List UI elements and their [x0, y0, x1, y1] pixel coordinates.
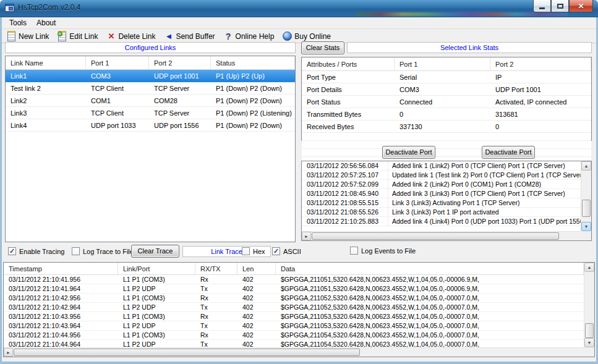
stats-port2-cell: Activated, IP connected: [490, 98, 591, 106]
trace-timestamp-cell: 03/11/2012 21:10:42.956: [4, 294, 118, 302]
link-row[interactable]: Link3 TCP Client TCP Server P1 (Down) P2…: [6, 107, 295, 119]
column-header[interactable]: Timestamp: [4, 263, 118, 274]
scroll-up-icon[interactable]: ▲: [581, 161, 591, 171]
hex-field[interactable]: Hex: [242, 247, 265, 255]
deactivate-port2-button[interactable]: Deactivate Port 2: [482, 146, 535, 159]
column-header[interactable]: Attributes / Ports: [302, 57, 395, 70]
trace-row[interactable]: 03/11/2012 21:10:41.964 L1 P2 UDP Tx 402…: [4, 284, 584, 294]
trace-row[interactable]: 03/11/2012 21:10:44.964 L1 P2 UDP Tx 402…: [4, 340, 584, 347]
stats-port2-cell: 0: [490, 123, 591, 130]
trace-hscrollbar[interactable]: ◄ ►: [4, 347, 584, 357]
log-trace-checkbox[interactable]: [72, 247, 80, 255]
log-trace-field[interactable]: Log Trace to File: [72, 247, 134, 255]
stats-row[interactable]: Port Status Connected Activated, IP conn…: [302, 96, 591, 108]
scroll-right-icon[interactable]: ►: [302, 232, 311, 240]
event-log-vscrollbar[interactable]: ▲ ▼: [581, 161, 591, 231]
deactivate-port1-button[interactable]: Deactivate Port 1: [382, 146, 435, 159]
event-time-cell: 03/11/2012 21:08:55.515: [302, 198, 388, 207]
toolbar-button-label: Buy Online: [294, 32, 331, 41]
stats-attr-cell: Transmitted Bytes: [302, 111, 395, 118]
toolbar-button[interactable]: New Link: [5, 31, 51, 41]
event-log-row[interactable]: 03/11/2012 21:08:55.526 Link 3 (Link3) P…: [302, 208, 581, 217]
configured-links-header: Link Name Port 1 Port 2 Status: [6, 56, 295, 70]
link-row[interactable]: Link1 COM3 UDP port 1001 P1 (Up) P2 (Up): [6, 70, 295, 82]
window-title: HsTcp2Com v2.0.4: [18, 3, 80, 12]
event-log-row[interactable]: 03/11/2012 21:10:25.883 Added link 4 (Li…: [302, 217, 581, 226]
column-header[interactable]: Data: [276, 263, 584, 274]
log-events-to-file-field[interactable]: Log Events to File: [350, 247, 416, 255]
event-log-hscroll-thumb[interactable]: [312, 232, 559, 240]
trace-row[interactable]: 03/11/2012 21:10:44.956 L1 P1 (COM3) Rx …: [4, 331, 584, 340]
stats-row[interactable]: Port Type Serial IP: [302, 71, 591, 83]
toolbar-button[interactable]: Send Buffer: [162, 31, 216, 41]
minimize-button[interactable]: [533, 0, 551, 12]
scroll-down-icon[interactable]: ▼: [584, 338, 594, 347]
column-header[interactable]: Port 1: [86, 56, 149, 69]
toolbar-button[interactable]: Online Help: [222, 31, 276, 41]
column-header[interactable]: Link/Port: [118, 263, 195, 274]
column-header[interactable]: Port 2: [490, 57, 591, 70]
link-row[interactable]: Test link 2 TCP Client TCP Server P1 (Do…: [6, 82, 295, 95]
trace-row[interactable]: 03/11/2012 21:10:43.956 L1 P1 (COM3) Rx …: [4, 312, 584, 321]
scroll-right-icon[interactable]: ►: [4, 348, 13, 357]
trace-row[interactable]: 03/11/2012 21:10:42.956 L1 P1 (COM3) Rx …: [4, 294, 584, 303]
ascii-checkbox[interactable]: [272, 247, 280, 255]
hex-checkbox[interactable]: [242, 247, 250, 255]
stats-row[interactable]: Received Bytes 337130 0: [302, 121, 591, 133]
event-log-row[interactable]: 03/11/2012 20:57:25.107 Updated link 1 (…: [302, 171, 581, 180]
column-header[interactable]: Port 1: [395, 57, 490, 70]
event-log-row[interactable]: 03/11/2012 21:08:55.515 Link 3 (Link3) A…: [302, 198, 581, 208]
event-log-hscrollbar[interactable]: ◄ ►: [302, 231, 581, 240]
column-header[interactable]: Len: [237, 263, 276, 274]
column-header[interactable]: Status: [211, 56, 295, 69]
trace-vscroll-thumb[interactable]: [585, 323, 594, 338]
link-row[interactable]: Link4 UDP port 1033 UDP port 1556 P1 (Do…: [6, 119, 295, 132]
stats-port1-cell: Connected: [395, 98, 490, 106]
trace-hscroll-thumb[interactable]: [14, 349, 360, 356]
event-log-vscroll-thumb[interactable]: [582, 200, 591, 217]
trace-vscrollbar[interactable]: ▲ ▼: [584, 263, 594, 347]
toolbar-button[interactable]: Buy Online: [281, 31, 333, 41]
event-log-row[interactable]: 03/11/2012 21:08:45.940 Added link 3 (Li…: [302, 189, 581, 198]
stats-row[interactable]: Transmitted Bytes 0 313681: [302, 108, 591, 121]
toolbar-button-icon: [224, 32, 233, 41]
toolbar-button[interactable]: Delete Link: [105, 31, 157, 41]
log-events-checkbox[interactable]: [350, 247, 358, 255]
trace-linkport-cell: L1 P2 UDP: [118, 285, 195, 292]
stats-header: Attributes / Ports Port 1 Port 2: [302, 57, 591, 71]
column-header[interactable]: Link Name: [6, 56, 86, 69]
trace-row[interactable]: 03/11/2012 21:10:41.956 L1 P1 (COM3) Rx …: [4, 275, 584, 284]
toolbar-button-label: Delete Link: [118, 32, 155, 41]
trace-linkport-cell: L1 P2 UDP: [118, 322, 195, 329]
column-header[interactable]: RX/TX: [195, 263, 237, 274]
link-status-cell: P1 (Down) P2 (Down): [211, 85, 295, 92]
column-header[interactable]: Port 2: [149, 56, 211, 69]
event-text-cell: Added link 1 (Link2) Port 0 (TCP Client)…: [388, 162, 565, 169]
stats-row[interactable]: Port Details COM3 UDP Port 1001: [302, 83, 591, 96]
trace-row[interactable]: 03/11/2012 21:10:43.964 L1 P2 UDP Tx 402…: [4, 321, 584, 331]
titlebar[interactable]: HsTcp2Com v2.0.4 ✕: [0, 0, 598, 17]
event-log-row[interactable]: 03/11/2012 20:56:56.084 Added link 1 (Li…: [302, 161, 581, 171]
scroll-up-icon[interactable]: ▲: [584, 263, 594, 272]
trace-data-cell: $GPGGA,211053,5320.6428,N,00623.4552,W,1…: [276, 313, 584, 320]
trace-row[interactable]: 03/11/2012 21:10:42.964 L1 P2 UDP Tx 402…: [4, 303, 584, 312]
toolbar-button[interactable]: Edit Link: [56, 31, 100, 41]
trace-timestamp-cell: 03/11/2012 21:10:41.964: [4, 285, 118, 292]
event-time-cell: 03/11/2012 21:08:45.940: [302, 189, 388, 198]
trace-linkport-cell: L1 P1 (COM3): [118, 331, 195, 339]
menu-item[interactable]: Tools: [4, 17, 32, 28]
menu-item[interactable]: About: [32, 17, 61, 28]
enable-tracing-field[interactable]: Enable Tracing: [8, 247, 64, 255]
clear-stats-button[interactable]: Clear Stats: [301, 41, 344, 54]
maximize-button[interactable]: [551, 0, 569, 12]
scroll-down-icon[interactable]: ▼: [581, 222, 591, 231]
enable-tracing-checkbox[interactable]: [8, 247, 16, 255]
ascii-field[interactable]: ASCII: [272, 247, 301, 255]
close-icon: ✕: [578, 2, 584, 11]
clear-trace-button[interactable]: Clear Trace: [131, 245, 179, 258]
event-log-row[interactable]: 03/11/2012 20:57:52.099 Added link 2 (Li…: [302, 180, 581, 189]
trace-data-cell: $GPGGA,211054,5320.6428,N,00623.4552,W,1…: [276, 331, 584, 339]
link-row[interactable]: Link2 COM1 COM28 P1 (Down) P2 (Down): [6, 95, 295, 107]
close-button[interactable]: ✕: [569, 0, 593, 12]
trace-rxtx-cell: Rx: [195, 313, 237, 320]
